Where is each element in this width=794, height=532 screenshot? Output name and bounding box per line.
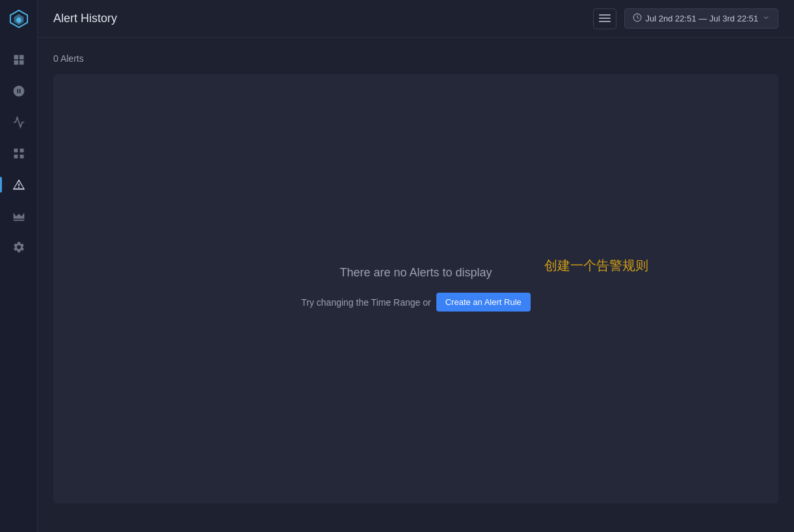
svg-rect-8: [599, 18, 611, 19]
empty-state-subtitle: Try changing the Time Range or Create an…: [301, 293, 531, 312]
header-actions: Jul 2nd 22:51 — Jul 3rd 22:51: [593, 8, 778, 29]
svg-rect-6: [20, 155, 23, 159]
sidebar-item-alerts[interactable]: [0, 170, 38, 199]
sidebar-logo[interactable]: [0, 0, 38, 38]
create-rule-chinese-link[interactable]: 创建一个告警规则: [544, 257, 648, 274]
time-range-button[interactable]: Jul 2nd 22:51 — Jul 3rd 22:51: [624, 8, 778, 29]
svg-rect-5: [14, 155, 18, 159]
sidebar-item-integrations[interactable]: [0, 77, 38, 105]
sidebar-item-metrics[interactable]: [0, 108, 38, 137]
sidebar-nav: [0, 38, 38, 532]
main-content: Alert History Jul 2nd 22:51 — Jul 3rd 22…: [38, 0, 794, 532]
empty-sub-text: Try changing the Time Range or: [301, 297, 430, 308]
sidebar-item-premium[interactable]: [0, 202, 38, 230]
create-alert-rule-button[interactable]: Create an Alert Rule: [436, 293, 531, 312]
svg-rect-7: [599, 14, 611, 16]
sidebar-item-dashboard[interactable]: [0, 46, 38, 74]
sidebar-item-dashboards[interactable]: [0, 139, 38, 168]
empty-state: There are no Alerts to display Try chang…: [301, 266, 531, 312]
clock-icon: [633, 13, 642, 24]
content-area: 0 Alerts 创建一个告警规则 There are no Alerts to…: [38, 38, 794, 532]
sidebar: [0, 0, 38, 532]
sidebar-item-settings[interactable]: [0, 233, 38, 261]
alerts-count: 0 Alerts: [53, 53, 778, 64]
header: Alert History Jul 2nd 22:51 — Jul 3rd 22…: [38, 0, 794, 38]
chevron-down-icon: [762, 14, 770, 23]
list-view-button[interactable]: [593, 8, 616, 29]
alerts-panel: 创建一个告警规则 There are no Alerts to display …: [53, 74, 778, 503]
svg-rect-3: [14, 149, 18, 153]
time-range-label: Jul 2nd 22:51 — Jul 3rd 22:51: [646, 14, 758, 23]
page-title: Alert History: [53, 12, 117, 25]
svg-rect-9: [599, 21, 611, 22]
empty-state-title: There are no Alerts to display: [339, 266, 492, 280]
svg-rect-4: [20, 149, 23, 153]
